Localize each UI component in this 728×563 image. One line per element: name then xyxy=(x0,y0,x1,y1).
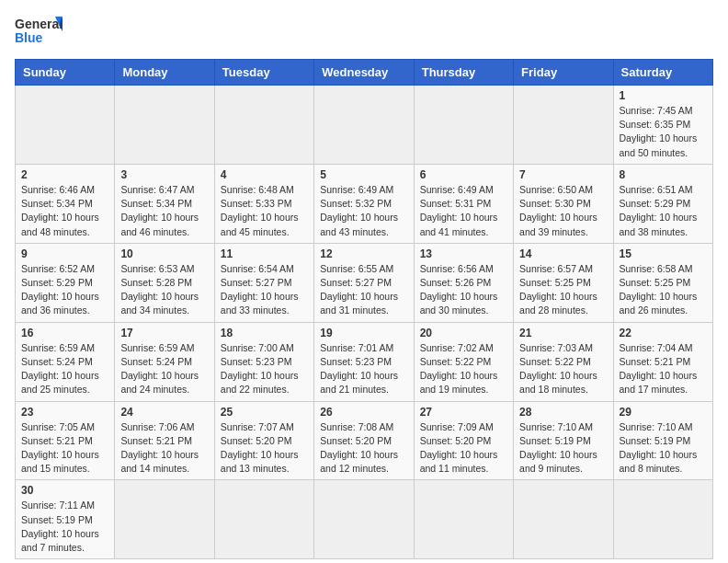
day-number: 17 xyxy=(120,327,208,339)
calendar-cell: 30Sunrise: 7:11 AMSunset: 5:19 PMDayligh… xyxy=(16,480,115,559)
day-number: 2 xyxy=(21,168,108,181)
calendar-cell: 28Sunrise: 7:10 AMSunset: 5:19 PMDayligh… xyxy=(514,401,613,480)
day-info: Sunrise: 6:50 AMSunset: 5:30 PMDaylight:… xyxy=(519,183,607,239)
calendar-cell: 1Sunrise: 7:45 AMSunset: 6:35 PMDaylight… xyxy=(613,86,712,165)
calendar-week-row: 16Sunrise: 6:59 AMSunset: 5:24 PMDayligh… xyxy=(16,322,713,401)
calendar-cell: 27Sunrise: 7:09 AMSunset: 5:20 PMDayligh… xyxy=(414,401,513,480)
calendar-cell: 12Sunrise: 6:55 AMSunset: 5:27 PMDayligh… xyxy=(314,243,414,322)
day-info: Sunrise: 7:02 AMSunset: 5:22 PMDaylight:… xyxy=(420,341,507,397)
day-number: 5 xyxy=(320,168,407,181)
calendar-header-row: SundayMondayTuesdayWednesdayThursdayFrid… xyxy=(16,60,713,86)
day-number: 14 xyxy=(519,247,607,260)
day-info: Sunrise: 7:10 AMSunset: 5:19 PMDaylight:… xyxy=(519,420,607,477)
day-info: Sunrise: 6:59 AMSunset: 5:24 PMDaylight:… xyxy=(120,341,208,397)
day-number: 23 xyxy=(21,406,108,419)
calendar-cell: 15Sunrise: 6:58 AMSunset: 5:25 PMDayligh… xyxy=(613,243,712,322)
day-number: 26 xyxy=(320,406,407,419)
calendar-cell: 2Sunrise: 6:46 AMSunset: 5:34 PMDaylight… xyxy=(16,164,115,243)
calendar-cell xyxy=(514,86,613,165)
calendar-cell: 8Sunrise: 6:51 AMSunset: 5:29 PMDaylight… xyxy=(613,164,712,243)
day-info: Sunrise: 6:56 AMSunset: 5:26 PMDaylight:… xyxy=(420,262,507,318)
day-number: 7 xyxy=(519,168,607,181)
day-info: Sunrise: 7:09 AMSunset: 5:20 PMDaylight:… xyxy=(420,420,507,477)
calendar-cell: 22Sunrise: 7:04 AMSunset: 5:21 PMDayligh… xyxy=(613,322,712,401)
day-number: 6 xyxy=(420,168,507,181)
day-info: Sunrise: 7:11 AMSunset: 5:19 PMDaylight:… xyxy=(21,499,108,555)
logo: General Blue xyxy=(15,15,63,48)
day-number: 13 xyxy=(420,247,507,260)
calendar-cell: 11Sunrise: 6:54 AMSunset: 5:27 PMDayligh… xyxy=(214,243,313,322)
calendar-cell xyxy=(214,480,313,559)
logo-icon: General Blue xyxy=(15,15,63,48)
day-number: 30 xyxy=(21,484,108,497)
calendar-header-friday: Friday xyxy=(514,60,613,86)
calendar-cell: 26Sunrise: 7:08 AMSunset: 5:20 PMDayligh… xyxy=(314,401,414,480)
calendar-cell: 14Sunrise: 6:57 AMSunset: 5:25 PMDayligh… xyxy=(514,243,613,322)
page-header: General Blue xyxy=(15,15,713,48)
calendar-table: SundayMondayTuesdayWednesdayThursdayFrid… xyxy=(15,59,713,559)
calendar-header-tuesday: Tuesday xyxy=(214,60,313,86)
calendar-cell xyxy=(16,86,115,165)
calendar-cell: 17Sunrise: 6:59 AMSunset: 5:24 PMDayligh… xyxy=(115,322,214,401)
day-info: Sunrise: 7:03 AMSunset: 5:22 PMDaylight:… xyxy=(519,341,607,397)
calendar-cell: 3Sunrise: 6:47 AMSunset: 5:34 PMDaylight… xyxy=(115,164,214,243)
calendar-cell: 20Sunrise: 7:02 AMSunset: 5:22 PMDayligh… xyxy=(414,322,513,401)
calendar-cell: 29Sunrise: 7:10 AMSunset: 5:19 PMDayligh… xyxy=(613,401,712,480)
calendar-cell xyxy=(414,86,513,165)
day-info: Sunrise: 6:46 AMSunset: 5:34 PMDaylight:… xyxy=(21,183,108,239)
day-info: Sunrise: 7:05 AMSunset: 5:21 PMDaylight:… xyxy=(21,420,108,477)
day-number: 24 xyxy=(120,406,208,419)
calendar-cell: 5Sunrise: 6:49 AMSunset: 5:32 PMDaylight… xyxy=(314,164,414,243)
day-number: 18 xyxy=(221,327,308,339)
day-info: Sunrise: 7:01 AMSunset: 5:23 PMDaylight:… xyxy=(320,341,407,397)
calendar-cell: 23Sunrise: 7:05 AMSunset: 5:21 PMDayligh… xyxy=(16,401,115,480)
day-info: Sunrise: 6:51 AMSunset: 5:29 PMDaylight:… xyxy=(620,183,707,239)
day-number: 11 xyxy=(221,247,308,260)
svg-text:General: General xyxy=(15,17,63,31)
calendar-header-wednesday: Wednesday xyxy=(314,60,414,86)
calendar-week-row: 1Sunrise: 7:45 AMSunset: 6:35 PMDaylight… xyxy=(16,86,713,165)
calendar-cell: 21Sunrise: 7:03 AMSunset: 5:22 PMDayligh… xyxy=(514,322,613,401)
calendar-cell: 13Sunrise: 6:56 AMSunset: 5:26 PMDayligh… xyxy=(414,243,513,322)
day-info: Sunrise: 6:54 AMSunset: 5:27 PMDaylight:… xyxy=(221,262,308,318)
calendar-cell xyxy=(214,86,313,165)
calendar-header-sunday: Sunday xyxy=(16,60,115,86)
calendar-cell: 9Sunrise: 6:52 AMSunset: 5:29 PMDaylight… xyxy=(16,243,115,322)
calendar-cell: 24Sunrise: 7:06 AMSunset: 5:21 PMDayligh… xyxy=(115,401,214,480)
day-info: Sunrise: 7:06 AMSunset: 5:21 PMDaylight:… xyxy=(120,420,208,477)
day-number: 25 xyxy=(221,406,308,419)
calendar-week-row: 23Sunrise: 7:05 AMSunset: 5:21 PMDayligh… xyxy=(16,401,713,480)
day-info: Sunrise: 7:10 AMSunset: 5:19 PMDaylight:… xyxy=(620,420,707,477)
calendar-header-thursday: Thursday xyxy=(414,60,513,86)
day-number: 15 xyxy=(620,247,707,260)
day-info: Sunrise: 6:48 AMSunset: 5:33 PMDaylight:… xyxy=(221,183,308,239)
day-number: 1 xyxy=(620,89,707,102)
calendar-cell: 18Sunrise: 7:00 AMSunset: 5:23 PMDayligh… xyxy=(214,322,313,401)
day-number: 28 xyxy=(519,406,607,419)
day-info: Sunrise: 6:57 AMSunset: 5:25 PMDaylight:… xyxy=(519,262,607,318)
day-info: Sunrise: 6:47 AMSunset: 5:34 PMDaylight:… xyxy=(120,183,208,239)
day-info: Sunrise: 6:49 AMSunset: 5:32 PMDaylight:… xyxy=(320,183,407,239)
day-number: 20 xyxy=(420,327,507,339)
day-number: 29 xyxy=(620,406,707,419)
day-info: Sunrise: 6:52 AMSunset: 5:29 PMDaylight:… xyxy=(21,262,108,318)
calendar-cell: 4Sunrise: 6:48 AMSunset: 5:33 PMDaylight… xyxy=(214,164,313,243)
calendar-cell: 19Sunrise: 7:01 AMSunset: 5:23 PMDayligh… xyxy=(314,322,414,401)
calendar-cell xyxy=(115,86,214,165)
day-number: 16 xyxy=(21,327,108,339)
calendar-cell: 6Sunrise: 6:49 AMSunset: 5:31 PMDaylight… xyxy=(414,164,513,243)
day-info: Sunrise: 6:59 AMSunset: 5:24 PMDaylight:… xyxy=(21,341,108,397)
calendar-week-row: 2Sunrise: 6:46 AMSunset: 5:34 PMDaylight… xyxy=(16,164,713,243)
calendar-cell xyxy=(314,86,414,165)
calendar-cell xyxy=(115,480,214,559)
calendar-cell xyxy=(414,480,513,559)
day-number: 9 xyxy=(21,247,108,260)
calendar-cell xyxy=(613,480,712,559)
calendar-cell: 16Sunrise: 6:59 AMSunset: 5:24 PMDayligh… xyxy=(16,322,115,401)
day-number: 8 xyxy=(620,168,707,181)
calendar-cell xyxy=(314,480,414,559)
calendar-header-monday: Monday xyxy=(115,60,214,86)
day-info: Sunrise: 7:04 AMSunset: 5:21 PMDaylight:… xyxy=(620,341,707,397)
day-info: Sunrise: 6:49 AMSunset: 5:31 PMDaylight:… xyxy=(420,183,507,239)
svg-text:Blue: Blue xyxy=(15,30,43,45)
